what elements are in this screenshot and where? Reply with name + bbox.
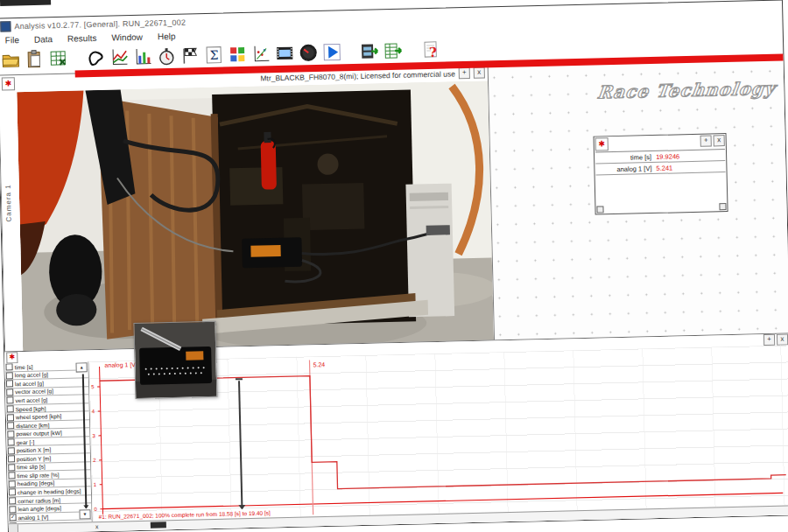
graph-window-move-button[interactable]: + xyxy=(763,334,775,346)
resize-grip[interactable] xyxy=(596,206,603,213)
video-window-move-button[interactable]: + xyxy=(459,67,470,79)
y-tick-label: 2 xyxy=(93,458,96,463)
channel-checkbox[interactable] xyxy=(6,372,13,379)
menu-file[interactable]: File xyxy=(5,35,19,45)
y-axis-label: analog 1 [V] xyxy=(104,361,137,368)
scrollbar-thumb[interactable] xyxy=(151,522,166,528)
channel-checkbox[interactable] xyxy=(8,472,15,480)
channel-label: vert accel [g] xyxy=(15,396,47,403)
drag-thumbnail[interactable] xyxy=(133,321,217,399)
channel-label: position Y [m] xyxy=(17,455,51,462)
channel-label: time [s] xyxy=(14,364,32,370)
x-axis-close-button[interactable]: x xyxy=(95,522,99,530)
track-colors-icon[interactable] xyxy=(227,44,249,66)
y-tick-label: 1 xyxy=(94,482,97,487)
dashboard-gauge-icon[interactable] xyxy=(298,42,320,64)
graph-window: ✱ + x ▲ ▼ time [s]long accel [g]lat acce… xyxy=(4,332,788,532)
video-frame[interactable] xyxy=(17,80,494,353)
y-tick-label: 3 xyxy=(92,433,95,438)
window-title: Analysis v10.2.77. [General]. RUN_22671_… xyxy=(14,18,186,32)
app-icon xyxy=(0,21,11,32)
svg-text:?: ? xyxy=(429,45,437,60)
channel-checkbox[interactable] xyxy=(9,489,16,496)
open-file-icon[interactable] xyxy=(0,49,22,71)
menu-results[interactable]: Results xyxy=(67,33,97,44)
channel-checkbox[interactable] xyxy=(9,480,16,487)
xy-graph-icon[interactable] xyxy=(109,46,130,68)
channel-checkbox[interactable] xyxy=(8,438,15,445)
channel-label: Speed [kph] xyxy=(16,405,46,412)
play-icon[interactable] xyxy=(321,41,343,63)
channel-label: long accel [g] xyxy=(15,372,48,379)
channel-checkbox[interactable] xyxy=(7,422,14,429)
y-axis-line xyxy=(100,367,103,514)
channel-checkbox[interactable] xyxy=(9,506,16,513)
value-current: 19.9246 xyxy=(654,152,679,161)
menu-help[interactable]: Help xyxy=(158,32,176,41)
y-tick-label: 5 xyxy=(91,384,95,389)
stopwatch-icon[interactable] xyxy=(156,46,178,67)
resize-grip[interactable] xyxy=(719,203,726,210)
channel-checkbox[interactable] xyxy=(7,430,14,438)
race-tech-flower-icon[interactable]: ✱ xyxy=(595,137,609,150)
finish-flag-icon[interactable] xyxy=(179,45,201,66)
video-window-body: Camera 1 xyxy=(0,80,494,353)
channel-checkbox[interactable] xyxy=(8,464,15,471)
channel-checkbox[interactable]: ✓ xyxy=(10,514,17,521)
export-movie-icon[interactable] xyxy=(359,40,381,62)
y-tick-label: 0 xyxy=(94,507,97,512)
live-values-window: ✱ + x time [s]19.9246analog 1 [V]5.241 xyxy=(594,133,728,215)
graph-window-body: ▲ ▼ time [s]long accel [g]lat accel [g]v… xyxy=(4,345,788,523)
values-window-close-button[interactable]: x xyxy=(714,135,725,146)
y-tick-label: 4 xyxy=(92,409,95,414)
channel-checkbox[interactable] xyxy=(7,405,14,412)
race-tech-flower-icon[interactable]: ✱ xyxy=(2,77,15,90)
export-table-icon[interactable] xyxy=(47,48,69,70)
channel-label: vector accel [g] xyxy=(15,388,53,396)
camera-label: Camera 1 xyxy=(4,184,13,221)
channel-label: position X [m] xyxy=(17,447,52,454)
bar-chart-icon[interactable] xyxy=(132,46,154,67)
video-film-icon[interactable] xyxy=(274,43,296,65)
channel-label: heading [degs] xyxy=(18,480,55,487)
menu-window[interactable]: Window xyxy=(111,32,143,43)
channel-checkbox[interactable] xyxy=(7,414,14,421)
channel-scroll-up-button[interactable]: ▲ xyxy=(75,362,87,372)
summary-sigma-icon[interactable]: Σ xyxy=(203,45,225,66)
logger-thumbnail-illustration xyxy=(134,322,216,398)
track-map-icon[interactable] xyxy=(85,47,107,69)
export-data-icon[interactable] xyxy=(383,40,405,62)
cursor-value-label: 5.24 xyxy=(313,361,326,368)
menu-data[interactable]: Data xyxy=(34,34,53,44)
channel-checkbox[interactable] xyxy=(8,456,15,463)
channel-list: ▲ ▼ time [s]long accel [g]lat accel [g]v… xyxy=(4,361,92,523)
svg-text:Σ: Σ xyxy=(210,48,219,62)
channel-label: time slip rate [%] xyxy=(17,472,59,479)
values-row: analog 1 [V]5.241 xyxy=(595,161,725,175)
scatter-analysis-icon[interactable] xyxy=(250,43,272,65)
screen-edge-artifact xyxy=(0,0,51,6)
mdi-workspace: Race Technology ✱ Mtr_BLACKB_FH8070_8(mi… xyxy=(0,54,788,532)
help-icon[interactable]: ? xyxy=(420,39,442,61)
channel-checkbox[interactable] xyxy=(9,497,16,504)
values-window-move-button[interactable]: + xyxy=(700,135,712,146)
channel-label: time slip [s] xyxy=(17,464,46,471)
channel-checkbox[interactable] xyxy=(6,397,13,404)
channel-label: change in heading [degs] xyxy=(18,487,81,495)
channel-checkbox[interactable] xyxy=(6,381,13,388)
paste-icon[interactable] xyxy=(24,48,46,70)
graph-window-close-button[interactable]: x xyxy=(777,333,788,345)
channel-scroll-down-button[interactable]: ▼ xyxy=(79,509,90,519)
channel-label: lean angle [degs] xyxy=(18,505,61,512)
channel-checkbox[interactable] xyxy=(8,447,15,454)
channel-label: corner radius [m] xyxy=(18,497,60,504)
channel-label: distance [km] xyxy=(16,422,49,429)
values-table: time [s]19.9246analog 1 [V]5.241 xyxy=(595,149,726,175)
channel-checkbox[interactable] xyxy=(6,388,13,396)
channel-checkbox[interactable] xyxy=(5,364,12,371)
value-current: 5.241 xyxy=(654,164,672,172)
race-tech-flower-icon[interactable]: ✱ xyxy=(6,352,18,363)
video-window-close-button[interactable]: x xyxy=(474,67,485,79)
video-scene-illustration xyxy=(17,80,494,353)
value-channel-label: time [s] xyxy=(595,153,654,163)
